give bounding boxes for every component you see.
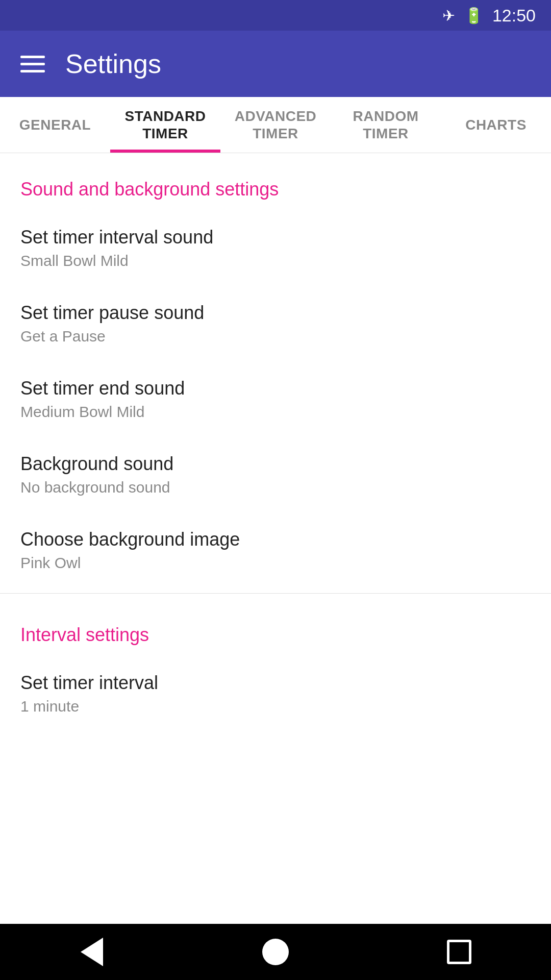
status-bar: ✈ 🔋 12:50 [0, 0, 551, 31]
app-bar: Settings [0, 31, 551, 97]
airplane-icon: ✈ [442, 7, 455, 24]
navigation-bar [0, 924, 551, 980]
set-pause-sound-title: Set timer pause sound [20, 302, 531, 324]
sound-background-section-title: Sound and background settings [20, 179, 279, 200]
set-end-sound-item[interactable]: Set timer end sound Medium Bowl Mild [0, 361, 551, 437]
home-icon [262, 939, 289, 965]
status-time: 12:50 [492, 6, 536, 26]
background-image-subtitle: Pink Owl [20, 554, 531, 572]
tab-advanced-timer-label: ADVANCEDTIMER [235, 108, 317, 142]
interval-settings-section-header: Interval settings [0, 599, 551, 656]
set-end-sound-title: Set timer end sound [20, 378, 531, 399]
set-end-sound-subtitle: Medium Bowl Mild [20, 403, 531, 421]
status-icons: ✈ 🔋 12:50 [442, 6, 536, 26]
page-title: Settings [65, 48, 161, 79]
background-sound-subtitle: No background sound [20, 479, 531, 496]
tab-charts[interactable]: CHARTS [441, 97, 551, 153]
menu-icon[interactable] [20, 56, 45, 72]
background-sound-item[interactable]: Background sound No background sound [0, 437, 551, 512]
sound-background-section-header: Sound and background settings [0, 153, 551, 210]
home-button[interactable] [255, 932, 296, 972]
background-image-title: Choose background image [20, 529, 531, 550]
tab-general-label: GENERAL [19, 116, 91, 134]
interval-settings-section-title: Interval settings [20, 624, 149, 645]
set-interval-sound-item[interactable]: Set timer interval sound Small Bowl Mild [0, 210, 551, 286]
set-timer-interval-subtitle: 1 minute [20, 698, 531, 715]
set-interval-sound-title: Set timer interval sound [20, 227, 531, 248]
tab-advanced-timer[interactable]: ADVANCEDTIMER [220, 97, 331, 153]
tab-random-timer-label: RANDOMTIMER [353, 108, 419, 142]
set-timer-interval-item[interactable]: Set timer interval 1 minute [0, 656, 551, 731]
tab-charts-label: CHARTS [465, 116, 527, 134]
set-interval-sound-subtitle: Small Bowl Mild [20, 252, 531, 270]
set-pause-sound-subtitle: Get a Pause [20, 328, 531, 345]
tab-bar: GENERAL STANDARDTIMER ADVANCEDTIMER RAND… [0, 97, 551, 153]
recent-icon [447, 940, 471, 964]
tab-general[interactable]: GENERAL [0, 97, 110, 153]
tab-standard-timer-label: STANDARDTIMER [124, 108, 206, 142]
content-area: Sound and background settings Set timer … [0, 153, 551, 924]
background-image-item[interactable]: Choose background image Pink Owl [0, 512, 551, 588]
recent-button[interactable] [439, 932, 480, 972]
back-icon [81, 938, 103, 966]
background-sound-title: Background sound [20, 453, 531, 475]
tab-standard-timer[interactable]: STANDARDTIMER [110, 97, 220, 153]
set-pause-sound-item[interactable]: Set timer pause sound Get a Pause [0, 286, 551, 361]
battery-icon: 🔋 [464, 7, 483, 24]
section-divider [0, 593, 551, 594]
tab-random-timer[interactable]: RANDOMTIMER [331, 97, 441, 153]
back-button[interactable] [71, 932, 112, 972]
set-timer-interval-title: Set timer interval [20, 672, 531, 694]
